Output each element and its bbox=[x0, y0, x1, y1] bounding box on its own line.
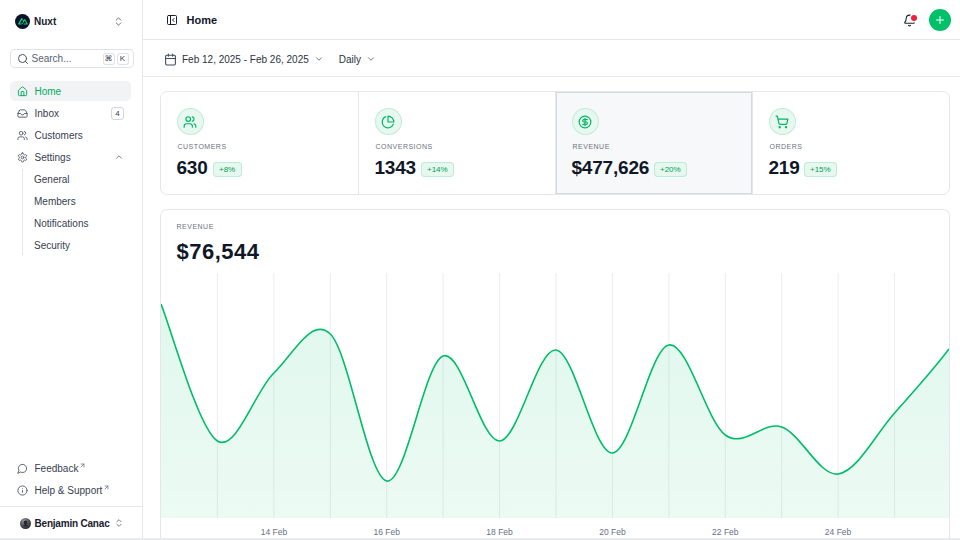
svg-text:18 Feb: 18 Feb bbox=[486, 527, 513, 537]
svg-text:16 Feb: 16 Feb bbox=[373, 527, 400, 537]
svg-text:20 Feb: 20 Feb bbox=[599, 527, 626, 537]
svg-text:24 Feb: 24 Feb bbox=[824, 527, 851, 537]
svg-text:22 Feb: 22 Feb bbox=[712, 527, 739, 537]
svg-text:14 Feb: 14 Feb bbox=[260, 527, 287, 537]
